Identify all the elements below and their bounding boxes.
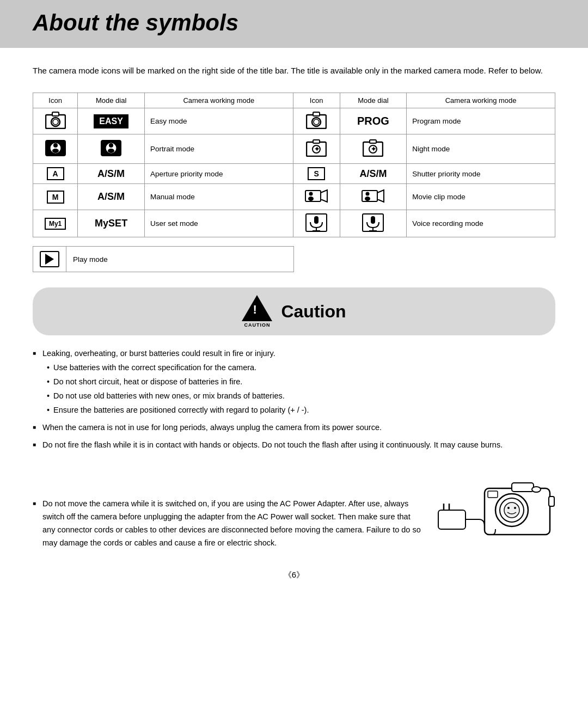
manual-icon: M [47, 191, 64, 204]
svg-rect-5 [313, 112, 320, 116]
caution-triangle [242, 295, 272, 321]
shutter-mode-desc: Shutter priority mode [407, 164, 555, 184]
portrait-mode-desc: Portrait mode [144, 134, 293, 164]
table-row: EASY Easy mode PROG Program mode [33, 108, 555, 134]
caution-subitem: Use batteries with the correct specifica… [42, 361, 555, 375]
play-table: Play mode [33, 246, 294, 272]
svg-rect-37 [371, 216, 375, 224]
col-working-mode-1: Camera working mode [144, 93, 293, 108]
play-icon [45, 254, 54, 265]
page-number: 《6》 [33, 570, 555, 591]
shutter-dial: A/S/M [359, 168, 387, 179]
caution-item-1: Leaking, overheating, or burst batteries… [33, 347, 555, 417]
page-title: About the symbols [33, 10, 555, 36]
svg-rect-53 [549, 496, 554, 506]
svg-rect-40 [438, 510, 465, 529]
svg-marker-29 [377, 190, 384, 202]
easy-badge: EASY [94, 114, 128, 128]
voice-icon [305, 213, 327, 232]
play-mode-desc: Play mode [66, 247, 294, 272]
svg-point-31 [365, 197, 370, 201]
svg-rect-21 [370, 140, 376, 143]
aperture-mode-desc: Aperture priority mode [144, 164, 293, 184]
col-icon-2: Icon [293, 93, 340, 108]
caution-label-small: CAUTION [244, 322, 270, 328]
voice-dial-icon [362, 213, 384, 232]
svg-rect-49 [488, 491, 498, 498]
svg-point-30 [366, 192, 370, 196]
aperture-dial: A/S/M [97, 168, 125, 179]
caution-item-2: When the camera is not in use for long p… [33, 421, 555, 434]
svg-text:✦: ✦ [314, 145, 320, 153]
svg-point-14 [109, 143, 113, 148]
voice-mode-desc: Voice recording mode [407, 210, 555, 237]
portrait-dial-icon [101, 138, 121, 158]
svg-text:✦: ✦ [371, 145, 376, 153]
svg-marker-25 [321, 190, 327, 202]
table-row: A A/S/M Aperture priority mode S A/S/M S… [33, 164, 555, 184]
symbols-table: Icon Mode dial Camera working mode Icon … [33, 93, 555, 237]
svg-rect-33 [314, 216, 318, 224]
table-row: M A/S/M Manual mode [33, 184, 555, 210]
movie-icon [305, 187, 328, 205]
myset-icon: My1 [45, 218, 66, 230]
caution-content: Leaking, overheating, or burst batteries… [33, 347, 555, 554]
caution-icon-wrap: CAUTION [242, 295, 272, 328]
col-working-mode-2: Camera working mode [407, 93, 555, 108]
svg-point-7 [314, 119, 319, 125]
play-icon-wrap [40, 251, 59, 267]
easy-mode-desc: Easy mode [144, 108, 293, 134]
caution-item-3: Do not fire the flash while it is in con… [33, 439, 555, 452]
svg-point-26 [309, 192, 313, 196]
table-row: My1 MySET User set mode [33, 210, 555, 237]
svg-point-3 [53, 119, 58, 125]
caution-subitem: Ensure the batteries are positioned corr… [42, 404, 555, 417]
movie-dial-icon [362, 187, 384, 205]
camera-icon-prog [306, 112, 327, 129]
col-icon-1: Icon [33, 93, 78, 108]
bottom-section: Do not move the camera while it is switc… [33, 456, 555, 554]
night-icon-left: ✦ [306, 139, 327, 157]
caution-subitem: Do not use old batteries with new ones, … [42, 390, 555, 403]
svg-point-51 [507, 507, 510, 509]
prog-label: PROG [357, 115, 389, 127]
myset-mode-desc: User set mode [144, 210, 293, 237]
intro-text: The camera mode icons will be marked on … [33, 64, 555, 77]
table-row: Portrait mode ✦ [33, 134, 555, 164]
myset-dial: MySET [95, 218, 127, 229]
camera-illustration [436, 456, 555, 554]
svg-point-15 [108, 149, 114, 153]
svg-point-11 [52, 149, 59, 153]
aperture-icon: A [47, 167, 64, 180]
portrait-icon-left [45, 138, 66, 158]
col-mode-dial-1: Mode dial [78, 93, 145, 108]
svg-point-27 [308, 197, 314, 201]
svg-point-10 [53, 143, 58, 148]
camera-icon-easy [45, 112, 66, 129]
col-mode-dial-2: Mode dial [340, 93, 407, 108]
movie-mode-desc: Movie clip mode [407, 184, 555, 210]
manual-mode-desc: Manual mode [144, 184, 293, 210]
caution-item-4: Do not move the camera while it is switc… [33, 498, 425, 550]
manual-dial: A/S/M [97, 191, 125, 202]
bottom-text: Do not move the camera while it is switc… [33, 498, 425, 554]
prog-mode-desc: Program mode [407, 108, 555, 134]
svg-rect-17 [313, 140, 320, 143]
svg-point-52 [514, 507, 516, 509]
shutter-icon: S [308, 167, 325, 180]
svg-rect-1 [52, 112, 59, 116]
caution-subitem: Do not short circuit, heat or dispose of… [42, 376, 555, 389]
caution-title: Caution [281, 302, 346, 322]
svg-point-50 [532, 487, 541, 492]
svg-point-47 [504, 502, 519, 518]
caution-box: CAUTION Caution [33, 287, 555, 335]
svg-rect-48 [512, 483, 534, 492]
night-mode-desc: Night mode [407, 134, 555, 164]
page-header: About the symbols [0, 0, 588, 48]
night-dial-icon: ✦ [363, 139, 383, 157]
